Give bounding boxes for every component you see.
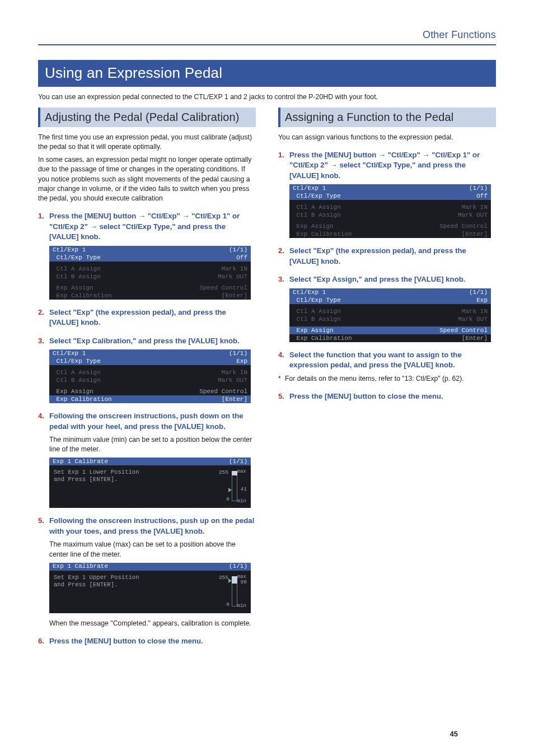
- step-number: 2.: [278, 246, 286, 256]
- scr-row-label: Ctl A Assign: [293, 203, 341, 211]
- step-number: 5.: [38, 516, 46, 526]
- scr-row-label: Ctl B Assign: [53, 273, 101, 281]
- left-p2: In some cases, an expression pedal might…: [38, 155, 256, 203]
- cal-header-left: Exp 1 Calibrate: [53, 562, 108, 571]
- right-step-3: 3. Select "Exp Assign," and press the [V…: [278, 274, 496, 284]
- left-step-5: 5. Following the onscreen instructions, …: [38, 516, 256, 536]
- menu-screenshot-r2: Ctl/Exp 1(1/1) Ctl/Exp TypeExp Ctl A Ass…: [289, 288, 491, 342]
- scr-row-label: Ctl B Assign: [53, 376, 101, 384]
- cal-label-0: 0: [226, 601, 229, 608]
- scr-row-label: Exp Assign: [53, 388, 93, 395]
- left-step-1: 1. Press the [MENU] button → "Ctl/Exp" →…: [38, 211, 256, 242]
- cal-header-right: (1/1): [229, 458, 247, 466]
- left-step-6: 6. Press the [MENU] button to close the …: [38, 636, 256, 646]
- calibrate-screenshot-upper: Exp 1 Calibrate(1/1) Set Exp 1 Upper Pos…: [49, 563, 251, 613]
- step-number: 6.: [38, 636, 46, 646]
- scr-row-value: Mark OUT: [458, 211, 488, 219]
- cal-meter: max min 255 0 41: [221, 469, 245, 503]
- step-body: Following the onscreen instructions, pus…: [49, 516, 256, 536]
- scr-row-label: Exp Assign: [293, 222, 334, 230]
- scr-row-label: Ctl/Exp Type: [293, 192, 341, 200]
- step-number: 1.: [38, 211, 46, 221]
- step-body: Press the [MENU] button to close the men…: [49, 636, 256, 646]
- scr-row-value: Speed Control: [199, 388, 247, 395]
- scr-row-label: Exp Calibration: [53, 292, 112, 300]
- right-subtitle: Assigning a Function to the Pedal: [278, 108, 496, 127]
- cal-meter: max min 255 0 98: [221, 574, 245, 609]
- scr-row-label: Ctl/Exp Type: [293, 296, 341, 304]
- menu-screenshot-r1: Ctl/Exp 1(1/1) Ctl/Exp TypeOff Ctl A Ass…: [289, 184, 491, 238]
- right-note-text: For details on the menu items, refer to …: [285, 375, 464, 382]
- right-step-2: 2. Select "Exp" (the expression pedal), …: [278, 246, 496, 267]
- cal-label-reading: 98: [241, 578, 247, 586]
- cal-instruction-2: and Press [ENTER].: [54, 581, 221, 589]
- cal-label-0: 0: [226, 496, 229, 503]
- cal-header-left: Exp 1 Calibrate: [53, 458, 108, 466]
- left-step-5-sub: The maximum value (max) can be set to a …: [49, 540, 256, 559]
- scr-row-label: Ctl/Exp Type: [53, 357, 101, 365]
- scr-row-label: Exp Assign: [293, 326, 334, 334]
- scr-row-value: Speed Control: [439, 326, 488, 334]
- step-body: Press the [MENU] button → "Ctl/Exp" → "C…: [289, 150, 496, 181]
- breadcrumb: Other Functions: [38, 28, 496, 42]
- scr-row-label: Exp Assign: [53, 284, 93, 292]
- left-step-2: 2. Select "Exp" (the expression pedal), …: [38, 307, 256, 328]
- cal-label-max: max: [237, 468, 246, 475]
- cal-label-255: 255: [219, 574, 228, 581]
- page-number: 45: [450, 729, 458, 739]
- step-body: Following the onscreen instructions, pus…: [49, 411, 256, 432]
- calibrate-screenshot-lower: Exp 1 Calibrate(1/1) Set Exp 1 Lower Pos…: [49, 458, 251, 508]
- scr-row-value: Mark IN: [462, 203, 488, 211]
- scr-header-left: Ctl/Exp 1: [53, 349, 86, 357]
- menu-screenshot-1: Ctl/Exp 1(1/1) Ctl/Exp TypeOff Ctl A Ass…: [49, 246, 251, 300]
- step-body: Select "Exp Calibration," and press the …: [49, 336, 256, 346]
- right-step-4: 4. Select the function that you want to …: [278, 350, 496, 371]
- scr-row-value: Speed Control: [199, 284, 247, 292]
- step-number: 1.: [278, 150, 286, 160]
- scr-header-right: (1/1): [229, 349, 247, 357]
- step-number: 3.: [38, 336, 46, 346]
- step-body: Select "Exp Assign," and press the [VALU…: [289, 274, 496, 284]
- scr-header-right: (1/1): [229, 246, 247, 254]
- step-number: 3.: [278, 274, 286, 284]
- step-body: Select "Exp" (the expression pedal), and…: [289, 246, 496, 267]
- step-number: 2.: [38, 307, 46, 318]
- scr ?scr-row-label: Exp Calibration: [293, 230, 352, 238]
- menu-screenshot-2: Ctl/Exp 1(1/1) Ctl/Exp TypeExp Ctl A Ass…: [49, 349, 251, 403]
- cal-header-right: (1/1): [229, 562, 247, 571]
- step-number: 5.: [278, 391, 286, 402]
- scr-row-label: Ctl A Assign: [293, 307, 341, 315]
- scr-row-value: Off: [236, 254, 247, 262]
- cal-instruction-1: Set Exp 1 Upper Position: [54, 574, 221, 581]
- cal-label-min: min: [237, 498, 246, 505]
- scr-row-value: Mark OUT: [458, 315, 488, 323]
- right-step-5: 5. Press the [MENU] button to close the …: [278, 391, 496, 402]
- scr-row-value: Speed Control: [439, 222, 488, 230]
- right-p1: You can assign various functions to the …: [278, 133, 496, 142]
- scr-row-value: Mark OUT: [218, 273, 247, 281]
- left-step-3: 3. Select "Exp Calibration," and press t…: [38, 336, 256, 346]
- left-step-5-complete: When the message "Completed." appears, c…: [49, 619, 256, 628]
- left-subtitle: Adjusting the Pedal (Pedal Calibration): [38, 108, 256, 127]
- scr-row-value: Exp: [236, 357, 247, 365]
- scr-row-label: Exp Calibration: [53, 395, 112, 403]
- step-number: 4.: [38, 411, 46, 421]
- scr-row-value: Off: [476, 192, 488, 200]
- scr-row-label: Ctl B Assign: [293, 315, 341, 323]
- left-p1: The first time you use an expression ped…: [38, 133, 256, 152]
- scr-row-value: [Enter]: [222, 292, 247, 300]
- scr-row-label: Ctl/Exp Type: [53, 254, 101, 262]
- scr-row-label: Ctl A Assign: [53, 265, 101, 273]
- cal-label-min: min: [237, 603, 246, 610]
- step-body: Select "Exp" (the expression pedal), and…: [49, 307, 256, 328]
- scr-row-value: Exp: [476, 296, 488, 304]
- scr-row-label: Ctl A Assign: [53, 368, 101, 376]
- scr-row-value: [Enter]: [462, 230, 488, 238]
- scr-header-left: Ctl/Exp 1: [293, 288, 326, 296]
- cal-instruction-1: Set Exp 1 Lower Position: [54, 469, 221, 476]
- step-body: Press the [MENU] button to close the men…: [289, 391, 496, 402]
- right-step-1: 1. Press the [MENU] button → "Ctl/Exp" →…: [278, 150, 496, 181]
- section-title: Using an Expression Pedal: [38, 60, 496, 86]
- scr-row-value: [Enter]: [222, 395, 247, 403]
- cal-label-255: 255: [219, 469, 228, 476]
